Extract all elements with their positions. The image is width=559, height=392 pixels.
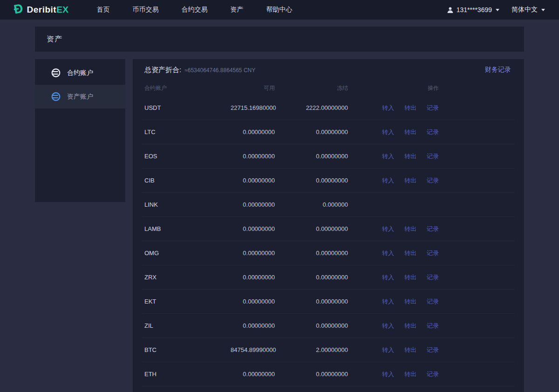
nav-item[interactable]: 首页 <box>97 6 110 14</box>
col-header-coin: 合约账户 <box>144 84 231 92</box>
frozen-balance: 0.00000000 <box>275 371 348 378</box>
record-link[interactable]: 记录 <box>427 225 439 233</box>
nav-item[interactable]: 币币交易 <box>133 6 159 14</box>
coin-name: CIB <box>144 177 231 184</box>
frozen-balance: 0.00000000 <box>275 177 348 184</box>
assets-panel: 总资产折合: ≈6534064746.8864565 CNY 财务记录 合约账户… <box>133 59 524 392</box>
table-row: OMG 0.00000000 0.00000000 转入 转出 记录 <box>142 241 515 265</box>
row-actions: 转入 转出 记录 <box>348 104 439 112</box>
record-link[interactable]: 记录 <box>427 128 439 136</box>
language-selector[interactable]: 简体中文 <box>511 6 545 14</box>
transfer-in-link[interactable]: 转入 <box>382 322 394 330</box>
frozen-balance: 0.000000 <box>275 201 348 208</box>
transfer-out-link[interactable]: 转出 <box>404 297 416 306</box>
frozen-balance: 0.00000000 <box>275 250 348 257</box>
sidebar-item-account[interactable]: 资产账户 <box>35 85 125 108</box>
transfer-in-link[interactable]: 转入 <box>382 249 394 257</box>
transfer-out-link[interactable]: 转出 <box>404 176 416 185</box>
table-row: BTC 84754.89990000 2.00000000 转入 转出 记录 <box>142 338 515 362</box>
transfer-out-link[interactable]: 转出 <box>404 104 416 112</box>
user-phone: 131****3699 <box>457 6 492 14</box>
record-link[interactable]: 记录 <box>427 104 439 112</box>
user-menu[interactable]: 131****3699 <box>447 6 499 14</box>
record-link[interactable]: 记录 <box>427 273 439 282</box>
col-header-frozen: 冻结 <box>275 84 348 92</box>
table-row: USDT 22715.16980000 2222.00000000 转入 转出 … <box>142 96 515 120</box>
record-link[interactable]: 记录 <box>427 249 439 257</box>
record-link[interactable]: 记录 <box>427 370 439 378</box>
transfer-in-link[interactable]: 转入 <box>382 273 394 282</box>
table-row: ETH 0.00000000 0.00000000 转入 转出 记录 <box>142 362 515 386</box>
nav-item[interactable]: 帮助中心 <box>266 6 293 14</box>
coin-name: LTC <box>144 128 231 135</box>
transfer-in-link[interactable]: 转入 <box>382 297 394 306</box>
available-balance: 0.00000000 <box>231 298 275 305</box>
table-header-row: 合约账户 可用 冻结 操作 <box>142 81 515 96</box>
transfer-out-link[interactable]: 转出 <box>404 128 416 136</box>
nav-item[interactable]: 资产 <box>231 6 244 14</box>
available-balance: 0.00000000 <box>231 274 275 281</box>
available-balance: 0.00000000 <box>231 177 275 184</box>
frozen-balance: 0.00000000 <box>275 298 348 305</box>
transfer-in-link[interactable]: 转入 <box>382 176 394 185</box>
financial-records-link[interactable]: 财务记录 <box>485 66 511 74</box>
transfer-in-link[interactable]: 转入 <box>382 104 394 112</box>
transfer-out-link[interactable]: 转出 <box>404 346 416 354</box>
record-link[interactable]: 记录 <box>427 297 439 306</box>
row-actions: 转入 转出 记录 <box>348 176 439 185</box>
coin-name: ZIL <box>144 322 231 329</box>
row-actions: 转入 转出 记录 <box>348 128 439 136</box>
transfer-out-link[interactable]: 转出 <box>404 225 416 233</box>
transfer-in-link[interactable]: 转入 <box>382 225 394 233</box>
table-row: LAMB 0.00000000 0.00000000 转入 转出 记录 <box>142 217 515 241</box>
total-assets: 总资产折合: ≈6534064746.8864565 CNY <box>144 66 255 74</box>
sidebar-item-account[interactable]: 合约账户 <box>35 61 125 85</box>
coin-name: ETH <box>144 371 231 378</box>
record-link[interactable]: 记录 <box>427 152 439 161</box>
transfer-in-link[interactable]: 转入 <box>382 152 394 161</box>
coin-name: LINK <box>144 201 231 208</box>
transfer-out-link[interactable]: 转出 <box>404 249 416 257</box>
table-row: ZIL 0.00000000 0.00000000 转入 转出 记录 <box>142 314 515 338</box>
coin-name: USDT <box>144 104 231 111</box>
transfer-in-link[interactable]: 转入 <box>382 128 394 136</box>
row-actions: 转入 转出 记录 <box>348 249 439 257</box>
page-content: 资产 合约账户 <box>0 20 559 392</box>
table-row: CIB 0.00000000 0.00000000 转入 转出 记录 <box>142 169 515 193</box>
nav-item[interactable]: 合约交易 <box>182 6 208 14</box>
user-icon <box>447 7 454 14</box>
coin-name: EKT <box>144 298 231 305</box>
available-balance: 22715.16980000 <box>231 104 275 111</box>
account-sidebar: 合约账户 资产账户 <box>35 59 125 202</box>
frozen-balance: 0.00000000 <box>275 128 348 135</box>
available-balance: 0.00000000 <box>231 225 275 232</box>
brand-logo[interactable]: Ɖ DeribitEX <box>14 4 69 15</box>
transfer-out-link[interactable]: 转出 <box>404 273 416 282</box>
transfer-in-link[interactable]: 转入 <box>382 370 394 378</box>
main-nav: 首页 币币交易 合约交易 资产 帮助中心 <box>97 6 293 14</box>
table-row: ZRX 0.00000000 0.00000000 转入 转出 记录 <box>142 265 515 290</box>
transfer-in-link[interactable]: 转入 <box>382 346 394 354</box>
sidebar-item-label: 资产账户 <box>67 93 93 101</box>
transfer-out-link[interactable]: 转出 <box>404 370 416 378</box>
table-row: LINK 0.00000000 0.000000 <box>142 193 515 217</box>
page-title-panel: 资产 <box>35 27 524 52</box>
available-balance: 0.00000000 <box>231 201 275 208</box>
col-header-actions: 操作 <box>348 84 439 92</box>
transfer-out-link[interactable]: 转出 <box>404 152 416 161</box>
record-link[interactable]: 记录 <box>427 322 439 330</box>
table-row: LTC 0.00000000 0.00000000 转入 转出 记录 <box>142 120 515 144</box>
transfer-out-link[interactable]: 转出 <box>404 322 416 330</box>
total-assets-label: 总资产折合: <box>144 66 181 74</box>
coin-account-icon <box>50 91 61 102</box>
language-label: 简体中文 <box>511 6 538 14</box>
page-title: 资产 <box>47 34 62 44</box>
record-link[interactable]: 记录 <box>427 346 439 354</box>
available-balance: 0.00000000 <box>231 371 275 378</box>
coin-name: ZRX <box>144 274 231 281</box>
frozen-balance: 0.00000000 <box>275 322 348 329</box>
record-link[interactable]: 记录 <box>427 176 439 185</box>
navbar-right: 131****3699 简体中文 <box>447 6 545 14</box>
available-balance: 0.00000000 <box>231 250 275 257</box>
available-balance: 84754.89990000 <box>231 346 275 353</box>
